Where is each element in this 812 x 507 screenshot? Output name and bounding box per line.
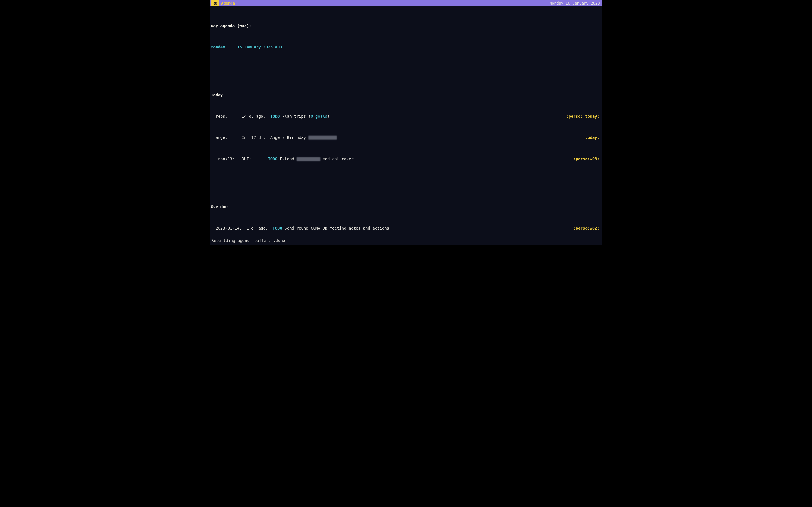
modeline-spacer: [237, 0, 547, 6]
redacted-text: xxxxxxxxxx: [297, 157, 320, 161]
agenda-item[interactable]: inbox13: DUE: TODO Extend xxxxxxxxxx med…: [211, 156, 601, 162]
org-tags: :perso:w03:: [573, 156, 601, 162]
agenda-date-line[interactable]: Monday 16 January 2023 W03: [211, 45, 601, 50]
echo-area: Rebuilding agenda buffer...done: [210, 237, 602, 245]
modeline: RO Agenda Monday 16 January 2023: [210, 0, 602, 6]
agenda-date: 16 January 2023 W03: [237, 45, 282, 49]
org-link[interactable]: Q goals: [311, 114, 327, 119]
org-tags: :perso:w02:: [573, 226, 601, 231]
agenda-item[interactable]: reps: 14 d. ago: TODO Plan trips (Q goal…: [211, 114, 601, 119]
section-today: Today: [211, 93, 601, 98]
buffer-name[interactable]: Agenda: [219, 0, 237, 6]
readonly-badge: RO: [211, 0, 219, 6]
section-overdue: Overdue: [211, 204, 601, 210]
emacs-frame: RO Agenda Monday 16 January 2023 Day-age…: [210, 0, 602, 245]
agenda-item[interactable]: 2023-01-14: 1 d. ago: TODO Send round CO…: [211, 226, 601, 231]
agenda-title: Day-agenda (W03):: [211, 23, 601, 29]
agenda-weekday: Monday: [211, 45, 225, 49]
redacted-text: xxxxxxxxxxxx: [308, 136, 337, 140]
agenda-item[interactable]: ange: In 17 d.: Ange's Birthday xxxxxxxx…: [211, 135, 601, 140]
org-tags: :perso::today:: [566, 114, 601, 119]
modeline-date: Monday 16 January 2023: [547, 0, 602, 6]
agenda-buffer[interactable]: Day-agenda (W03): Monday 16 January 2023…: [210, 6, 602, 245]
org-tags: :bday:: [585, 135, 601, 140]
